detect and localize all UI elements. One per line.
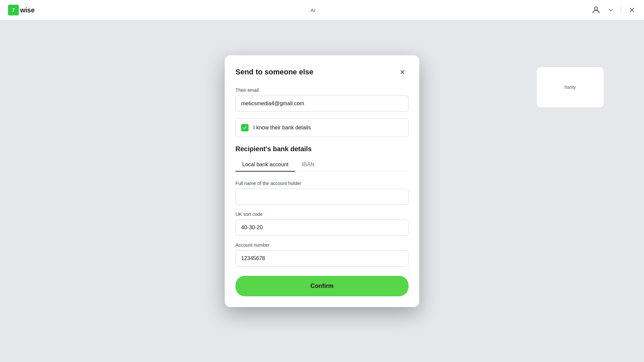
email-field-group: Their email [235,87,409,112]
sort-code-input[interactable] [235,220,409,236]
full-name-input[interactable] [235,189,409,205]
modal-header: Send to someone else [235,66,409,78]
close-modal-button[interactable] [396,66,409,78]
full-name-label: Full name of the account holder [235,181,409,186]
full-name-field-group: Full name of the account holder [235,181,409,205]
bank-tabs: Local bank account IBAN [235,158,409,171]
account-number-field-group: Account number [235,242,409,266]
know-bank-details-checkbox[interactable]: I know their bank details [235,118,409,137]
sort-code-label: UK sort code [235,212,409,217]
checkbox-checked-icon [241,124,249,131]
modal-dialog: Send to someone else Their email I know … [225,55,419,307]
account-number-input[interactable] [235,250,409,266]
email-label: Their email [235,87,409,93]
close-icon [399,69,406,75]
account-number-label: Account number [235,242,409,248]
bank-details-heading: Recipient's bank details [235,145,409,153]
sort-code-field-group: UK sort code [235,212,409,236]
modal-title: Send to someone else [235,68,313,76]
tab-iban[interactable]: IBAN [295,158,321,171]
email-input[interactable] [235,96,409,112]
tab-local-bank[interactable]: Local bank account [235,158,295,171]
modal-overlay: Send to someone else Their email I know … [0,0,644,362]
checkbox-label: I know their bank details [253,125,311,131]
confirm-button[interactable]: Confirm [235,276,409,296]
checkmark-icon [243,125,247,130]
